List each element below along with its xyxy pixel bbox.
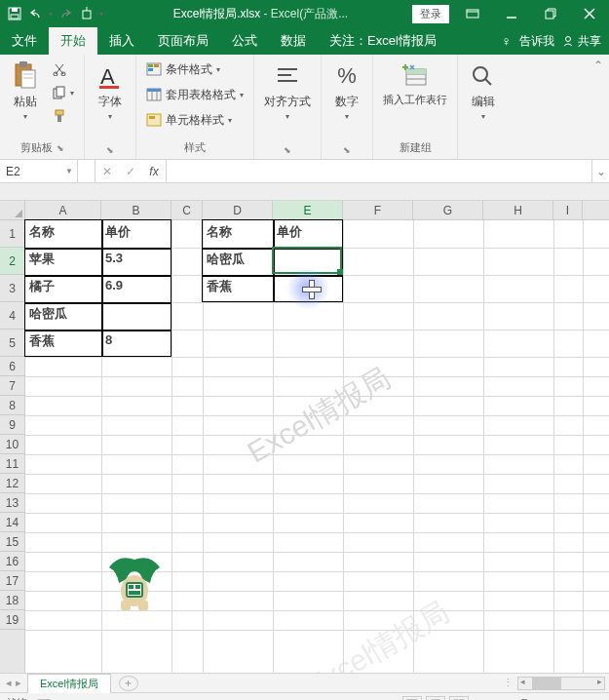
redo-icon[interactable] bbox=[57, 5, 74, 22]
sheet-tab-1[interactable]: Excel情报局 bbox=[27, 674, 111, 693]
row-header-15[interactable]: 15 bbox=[0, 532, 24, 552]
split-handle-icon[interactable]: ⋮ bbox=[499, 677, 517, 689]
row-header-10[interactable]: 10 bbox=[0, 435, 24, 454]
row-header-1[interactable]: 1 bbox=[0, 220, 24, 248]
undo-icon[interactable] bbox=[27, 5, 45, 22]
row-header-19[interactable]: 19 bbox=[0, 610, 24, 630]
accept-formula-icon[interactable]: ✓ bbox=[119, 165, 142, 178]
row-header-18[interactable]: 18 bbox=[0, 591, 24, 610]
tab-formulas[interactable]: 公式 bbox=[220, 27, 269, 55]
scroll-right-icon[interactable]: ▸ bbox=[597, 677, 602, 686]
cell-B2[interactable]: 5.3 bbox=[101, 248, 171, 275]
ribbon-options-icon[interactable] bbox=[453, 0, 492, 27]
qat-customize-icon[interactable]: ▾ bbox=[99, 10, 103, 19]
cell-B1[interactable]: 单价 bbox=[101, 220, 171, 248]
cell-A4[interactable]: 哈密瓜 bbox=[25, 302, 101, 330]
number-launcher-icon[interactable]: ⬊ bbox=[343, 145, 351, 155]
cell-A3[interactable]: 橘子 bbox=[25, 275, 101, 302]
row-header-9[interactable]: 9 bbox=[0, 415, 24, 435]
select-all-corner[interactable] bbox=[0, 201, 25, 220]
horizontal-scrollbar[interactable]: ◂ ▸ bbox=[517, 677, 605, 690]
scroll-thumb[interactable] bbox=[532, 678, 561, 689]
cell-A2[interactable]: 苹果 bbox=[25, 248, 101, 275]
tell-me-text[interactable]: 告诉我 bbox=[519, 33, 554, 50]
new-sheet-button[interactable]: ＋ bbox=[119, 676, 138, 691]
col-header-I[interactable]: I bbox=[553, 201, 583, 219]
col-header-F[interactable]: F bbox=[343, 201, 413, 219]
row-header-16[interactable]: 16 bbox=[0, 552, 24, 571]
row-header-14[interactable]: 14 bbox=[0, 513, 24, 532]
login-button[interactable]: 登录 bbox=[412, 5, 449, 23]
cell-B5[interactable]: 8 bbox=[101, 330, 171, 357]
cut-button[interactable] bbox=[49, 58, 78, 80]
font-group-launcher-icon[interactable]: ⬊ bbox=[106, 145, 114, 155]
row-header-2[interactable]: 2 bbox=[0, 248, 24, 275]
col-header-B[interactable]: B bbox=[101, 201, 171, 219]
row-header-6[interactable]: 6 bbox=[0, 357, 24, 376]
touch-mode-icon[interactable] bbox=[78, 5, 95, 22]
expand-formula-bar-icon[interactable]: ⌄ bbox=[591, 160, 609, 182]
name-box[interactable]: E2 ▼ bbox=[0, 160, 78, 182]
zoom-in-icon[interactable]: ＋ bbox=[561, 696, 572, 700]
cell-D2[interactable]: 哈密瓜 bbox=[203, 248, 273, 275]
page-layout-view-icon[interactable] bbox=[426, 696, 445, 701]
collapse-ribbon-icon[interactable]: ⌃ bbox=[588, 55, 609, 159]
edit-dropdown[interactable]: 编辑 ▾ bbox=[464, 58, 503, 123]
minimize-icon[interactable] bbox=[492, 0, 531, 27]
prev-sheet-icon[interactable]: ◂ bbox=[6, 677, 12, 689]
row-header-4[interactable]: 4 bbox=[0, 302, 24, 330]
cell-A1[interactable]: 名称 bbox=[25, 220, 101, 248]
cell-A5[interactable]: 香蕉 bbox=[25, 330, 101, 357]
dialog-launcher-icon[interactable]: ⬊ bbox=[57, 143, 64, 153]
cell-styles-button[interactable]: 单元格样式 ▾ bbox=[142, 109, 247, 131]
row-header-7[interactable]: 7 bbox=[0, 376, 24, 396]
close-icon[interactable] bbox=[570, 0, 609, 27]
col-header-H[interactable]: H bbox=[483, 201, 553, 219]
share-button[interactable]: 共享 bbox=[562, 33, 601, 50]
tab-home[interactable]: 开始 bbox=[49, 27, 97, 55]
alignment-dropdown[interactable]: 对齐方式 ▾ bbox=[260, 58, 315, 123]
cell-E1[interactable]: 单价 bbox=[273, 220, 343, 248]
tab-file[interactable]: 文件 bbox=[0, 27, 49, 55]
normal-view-icon[interactable] bbox=[402, 696, 422, 701]
page-break-view-icon[interactable] bbox=[449, 696, 469, 701]
tab-data[interactable]: 数据 bbox=[269, 27, 318, 55]
row-header-11[interactable]: 11 bbox=[0, 454, 24, 474]
col-header-E[interactable]: E bbox=[273, 201, 343, 219]
cell-B3[interactable]: 6.9 bbox=[101, 275, 171, 302]
table-format-button[interactable]: 套用表格格式 ▾ bbox=[142, 84, 247, 105]
row-header-8[interactable]: 8 bbox=[0, 396, 24, 415]
col-header-C[interactable]: C bbox=[171, 201, 203, 219]
copy-button[interactable]: ▾ bbox=[49, 82, 78, 103]
row-header-5[interactable]: 5 bbox=[0, 330, 24, 357]
fx-icon[interactable]: fx bbox=[142, 165, 166, 178]
save-icon[interactable] bbox=[6, 5, 23, 22]
formula-input[interactable] bbox=[167, 160, 591, 182]
row-header-13[interactable]: 13 bbox=[0, 493, 24, 513]
insert-row-button[interactable]: 插入工作表行 bbox=[379, 58, 451, 107]
col-header-G[interactable]: G bbox=[413, 201, 483, 219]
lightbulb-icon[interactable]: ♀ bbox=[502, 33, 513, 49]
col-header-D[interactable]: D bbox=[203, 201, 273, 219]
scroll-left-icon[interactable]: ◂ bbox=[520, 677, 525, 686]
sheet-nav[interactable]: ◂▸ bbox=[0, 677, 27, 689]
row-header-3[interactable]: 3 bbox=[0, 275, 24, 302]
tab-page-layout[interactable]: 页面布局 bbox=[146, 27, 220, 55]
align-launcher-icon[interactable]: ⬊ bbox=[284, 145, 291, 155]
font-dropdown[interactable]: A 字体 ▾ bbox=[91, 58, 130, 123]
tab-follow[interactable]: 关注：Excel情报局 bbox=[318, 27, 448, 55]
cell-D3[interactable]: 香蕉 bbox=[203, 275, 273, 302]
restore-icon[interactable] bbox=[531, 0, 570, 27]
spreadsheet-grid[interactable]: ABCDEFGHI 12345678910111213141516171819 … bbox=[0, 201, 609, 673]
next-sheet-icon[interactable]: ▸ bbox=[16, 677, 21, 689]
row-header-17[interactable]: 17 bbox=[0, 571, 24, 591]
undo-dropdown-icon[interactable]: ▾ bbox=[49, 10, 53, 19]
cells-area[interactable]: Excel情报局 Excel情报局 名称单价苹果5.3橘子6.9哈密瓜香蕉8名称… bbox=[25, 220, 609, 673]
row-header-12[interactable]: 12 bbox=[0, 474, 24, 493]
paste-button[interactable]: 粘贴 ▾ bbox=[6, 58, 45, 123]
tab-insert[interactable]: 插入 bbox=[97, 27, 146, 55]
col-header-A[interactable]: A bbox=[25, 201, 101, 219]
format-painter-button[interactable] bbox=[49, 105, 78, 127]
cell-D1[interactable]: 名称 bbox=[203, 220, 273, 248]
cancel-formula-icon[interactable]: ✕ bbox=[95, 165, 119, 178]
